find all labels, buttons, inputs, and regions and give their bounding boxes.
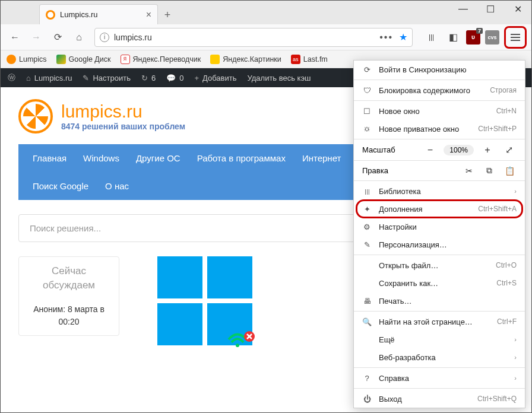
page-actions-icon[interactable]: •••	[379, 32, 393, 43]
bookmark-item[interactable]: asLast.fm	[291, 55, 328, 64]
chevron-right-icon: ›	[514, 336, 517, 343]
menu-settings[interactable]: ⚙Настройки	[354, 218, 525, 236]
help-icon: ?	[362, 373, 372, 383]
shield-icon: 🛡	[362, 85, 372, 95]
sidebar-icon[interactable]: ◧	[445, 29, 461, 46]
chevron-right-icon: ›	[514, 354, 517, 361]
wp-updates-link[interactable]: ↻6	[141, 74, 156, 82]
article-thumbnail[interactable]	[157, 256, 252, 345]
nav-link[interactable]: Windows	[83, 153, 119, 163]
menu-personalize[interactable]: ✎Персонализация…	[354, 236, 525, 253]
app-menu-panel: ⟳Войти в Синхронизацию 🛡Блокировка содер…	[353, 60, 525, 408]
nav-link[interactable]: О нас	[105, 181, 129, 191]
brush-icon: ✎	[362, 240, 372, 249]
wordpress-icon[interactable]: ⓦ	[8, 72, 15, 83]
menu-exit[interactable]: ⏻ВыходCtrl+Shift+Q	[354, 390, 525, 408]
site-logo	[18, 99, 53, 134]
library-icon: ⫼	[362, 186, 372, 196]
discuss-heading: Сейчас обсуждаем	[26, 264, 112, 293]
title-bar: Lumpics.ru × + — ☐ ✕	[1, 1, 531, 24]
zoom-level[interactable]: 100%	[444, 145, 474, 155]
browser-tab[interactable]: Lumpics.ru ×	[39, 4, 158, 24]
menu-new-window[interactable]: ☐Новое окноCtrl+N	[354, 102, 525, 120]
menu-content-blocking[interactable]: 🛡Блокировка содержимогоСтрогая	[354, 81, 525, 99]
power-icon: ⏻	[362, 394, 372, 404]
discuss-meta: Аноним: 8 марта в 00:20	[26, 303, 112, 328]
wp-customize-link[interactable]: ✎Настроить	[83, 74, 131, 82]
back-button[interactable]: ←	[5, 28, 24, 47]
mask-icon: ⛭	[362, 124, 372, 134]
site-subtitle: 8474 решений ваших проблем	[61, 122, 185, 131]
bookmark-item[interactable]: Lumpics	[7, 55, 47, 64]
cvs-extension-icon[interactable]: cvs	[485, 30, 499, 45]
menu-webdev[interactable]: Веб-разработка›	[354, 348, 525, 366]
address-bar[interactable]: i lumpics.ru ••• ★	[94, 28, 413, 47]
cut-icon[interactable]: ✂	[462, 166, 476, 176]
menu-new-private-window[interactable]: ⛭Новое приватное окноCtrl+Shift+P	[354, 120, 525, 138]
nav-link[interactable]: Главная	[33, 153, 66, 163]
ublock-badge: 7	[476, 28, 483, 34]
paste-icon[interactable]: 📋	[502, 166, 517, 176]
wp-site-link[interactable]: ⌂Lumpics.ru	[26, 74, 72, 82]
bookmark-item[interactable]: Google Диск	[56, 55, 111, 64]
menu-open-file[interactable]: Открыть файл…Ctrl+O	[354, 256, 525, 274]
wp-add-link[interactable]: +Добавить	[194, 74, 236, 82]
menu-help[interactable]: ?Справка›	[354, 369, 525, 387]
menu-sync[interactable]: ⟳Войти в Синхронизацию	[354, 61, 525, 78]
menu-more[interactable]: Ещё›	[354, 331, 525, 348]
minimize-button[interactable]: —	[449, 1, 477, 17]
discuss-card: Сейчас обсуждаем Аноним: 8 марта в 00:20	[18, 256, 119, 336]
zoom-out-button[interactable]: −	[422, 145, 438, 155]
toolbar: ← → ⟳ ⌂ i lumpics.ru ••• ★ ⫼ ◧ υ7 cvs	[1, 24, 531, 50]
tab-favicon	[46, 10, 55, 20]
url-text: lumpics.ru	[114, 33, 375, 42]
close-window-button[interactable]: ✕	[504, 1, 531, 17]
nav-link[interactable]: Работа в программах	[197, 153, 286, 163]
tab-title: Lumpics.ru	[60, 10, 141, 19]
nav-link[interactable]: Другие ОС	[136, 153, 180, 163]
hamburger-menu-button[interactable]	[504, 26, 527, 49]
wp-clear-cache-link[interactable]: Удалить весь кэш	[247, 74, 311, 82]
gear-icon: ⚙	[362, 222, 372, 231]
maximize-button[interactable]: ☐	[477, 1, 504, 17]
reload-button[interactable]: ⟳	[48, 28, 67, 47]
home-button[interactable]: ⌂	[69, 28, 88, 47]
menu-addons[interactable]: ✦ДополненияCtrl+Shift+A	[354, 200, 525, 218]
svg-point-0	[236, 344, 239, 347]
window-controls: — ☐ ✕	[449, 1, 531, 17]
chevron-right-icon: ›	[514, 374, 517, 382]
sync-icon: ⟳	[362, 65, 372, 74]
menu-find[interactable]: 🔍Найти на этой странице…Ctrl+F	[354, 313, 525, 331]
new-tab-button[interactable]: +	[158, 5, 177, 24]
search-icon: 🔍	[362, 317, 372, 326]
print-icon: 🖶	[362, 296, 372, 306]
puzzle-icon: ✦	[362, 204, 372, 214]
menu-print[interactable]: 🖶Печать…	[354, 292, 525, 310]
close-tab-icon[interactable]: ×	[146, 9, 151, 20]
ublock-icon[interactable]: υ7	[466, 30, 480, 45]
menu-save-as[interactable]: Сохранить как…Ctrl+S	[354, 274, 525, 292]
copy-icon[interactable]: ⧉	[482, 166, 496, 176]
wifi-error-icon	[226, 325, 255, 348]
window-icon: ☐	[362, 106, 372, 116]
site-info-icon[interactable]: i	[100, 33, 109, 42]
hamburger-icon	[511, 34, 520, 41]
menu-zoom: Масштаб − 100% + ⤢	[354, 141, 525, 159]
zoom-in-button[interactable]: +	[480, 145, 495, 155]
nav-link[interactable]: Интернет	[302, 153, 341, 163]
wp-comments-link[interactable]: 💬0	[166, 74, 183, 82]
bookmark-item[interactable]: Яндекс.Картинки	[210, 55, 281, 64]
library-icon[interactable]: ⫼	[423, 29, 440, 46]
bookmark-item[interactable]: яЯндекс.Переводчик	[121, 55, 201, 64]
fullscreen-button[interactable]: ⤢	[501, 144, 517, 155]
menu-library[interactable]: ⫼Библиотека›	[354, 182, 525, 200]
bookmark-star-icon[interactable]: ★	[399, 31, 407, 43]
site-title: lumpics.ru	[61, 101, 185, 122]
menu-edit-row: Правка ✂ ⧉ 📋	[354, 162, 525, 179]
nav-link[interactable]: Поиск Google	[33, 181, 88, 191]
forward-button[interactable]: →	[27, 28, 46, 47]
chevron-right-icon: ›	[514, 188, 517, 195]
